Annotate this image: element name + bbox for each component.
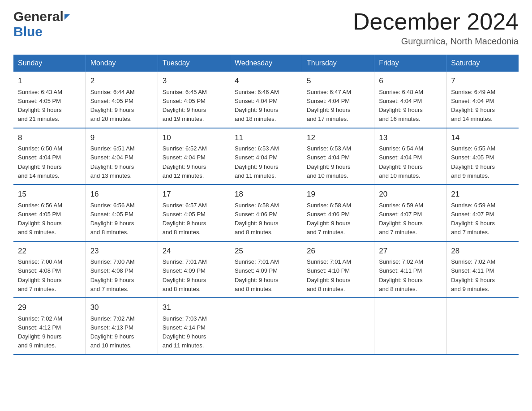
col-tuesday: Tuesday xyxy=(158,55,230,72)
day-info: Sunrise: 7:02 AMSunset: 4:11 PMDaylight:… xyxy=(451,258,495,292)
table-row: 9 Sunrise: 6:51 AMSunset: 4:04 PMDayligh… xyxy=(86,128,158,185)
day-info: Sunrise: 6:52 AMSunset: 4:04 PMDaylight:… xyxy=(163,145,207,179)
col-sunday: Sunday xyxy=(13,55,86,72)
day-info: Sunrise: 6:48 AMSunset: 4:04 PMDaylight:… xyxy=(379,89,423,123)
day-number: 5 xyxy=(307,75,369,87)
table-row: 2 Sunrise: 6:44 AMSunset: 4:05 PMDayligh… xyxy=(86,72,158,128)
day-number: 7 xyxy=(451,75,514,87)
table-row: 4 Sunrise: 6:46 AMSunset: 4:04 PMDayligh… xyxy=(230,72,302,128)
table-row: 13 Sunrise: 6:54 AMSunset: 4:04 PMDaylig… xyxy=(374,128,446,185)
day-info: Sunrise: 7:00 AMSunset: 4:08 PMDaylight:… xyxy=(18,258,62,292)
table-row: 22 Sunrise: 7:00 AMSunset: 4:08 PMDaylig… xyxy=(13,241,86,298)
calendar-week-row: 15 Sunrise: 6:56 AMSunset: 4:05 PMDaylig… xyxy=(13,184,519,241)
day-number: 1 xyxy=(18,75,81,87)
day-info: Sunrise: 6:47 AMSunset: 4:04 PMDaylight:… xyxy=(307,89,351,123)
table-row xyxy=(302,298,374,355)
day-info: Sunrise: 6:58 AMSunset: 4:06 PMDaylight:… xyxy=(235,202,279,236)
day-info: Sunrise: 7:01 AMSunset: 4:09 PMDaylight:… xyxy=(163,258,207,292)
table-row: 11 Sunrise: 6:53 AMSunset: 4:04 PMDaylig… xyxy=(230,128,302,185)
table-row: 29 Sunrise: 7:02 AMSunset: 4:12 PMDaylig… xyxy=(13,298,86,355)
day-number: 15 xyxy=(18,188,81,200)
day-number: 9 xyxy=(90,132,153,144)
day-info: Sunrise: 7:03 AMSunset: 4:14 PMDaylight:… xyxy=(163,315,207,349)
calendar-week-row: 1 Sunrise: 6:43 AMSunset: 4:05 PMDayligh… xyxy=(13,72,519,128)
table-row: 24 Sunrise: 7:01 AMSunset: 4:09 PMDaylig… xyxy=(158,241,230,298)
table-row: 3 Sunrise: 6:45 AMSunset: 4:05 PMDayligh… xyxy=(158,72,230,128)
table-row: 14 Sunrise: 6:55 AMSunset: 4:05 PMDaylig… xyxy=(446,128,519,185)
day-number: 29 xyxy=(18,302,81,313)
day-number: 13 xyxy=(379,132,442,144)
table-row: 10 Sunrise: 6:52 AMSunset: 4:04 PMDaylig… xyxy=(158,128,230,185)
table-row: 7 Sunrise: 6:49 AMSunset: 4:04 PMDayligh… xyxy=(446,72,519,128)
day-info: Sunrise: 6:58 AMSunset: 4:06 PMDaylight:… xyxy=(307,202,351,236)
day-info: Sunrise: 6:44 AMSunset: 4:05 PMDaylight:… xyxy=(90,89,135,123)
day-info: Sunrise: 6:51 AMSunset: 4:04 PMDaylight:… xyxy=(90,145,135,179)
calendar-header-row: Sunday Monday Tuesday Wednesday Thursday… xyxy=(13,55,519,72)
calendar-week-row: 22 Sunrise: 7:00 AMSunset: 4:08 PMDaylig… xyxy=(13,241,519,298)
header-title-block: December 2024 Gurgurnica, North Macedoni… xyxy=(353,9,519,47)
day-info: Sunrise: 7:02 AMSunset: 4:13 PMDaylight:… xyxy=(90,315,135,349)
logo: General Blue xyxy=(13,9,70,39)
day-number: 28 xyxy=(451,245,514,257)
table-row: 30 Sunrise: 7:02 AMSunset: 4:13 PMDaylig… xyxy=(86,298,158,355)
day-info: Sunrise: 7:01 AMSunset: 4:10 PMDaylight:… xyxy=(307,258,351,292)
table-row: 1 Sunrise: 6:43 AMSunset: 4:05 PMDayligh… xyxy=(13,72,86,128)
day-info: Sunrise: 6:45 AMSunset: 4:05 PMDaylight:… xyxy=(163,89,207,123)
day-info: Sunrise: 6:57 AMSunset: 4:05 PMDaylight:… xyxy=(163,202,207,236)
day-info: Sunrise: 6:55 AMSunset: 4:05 PMDaylight:… xyxy=(451,145,495,179)
day-info: Sunrise: 6:53 AMSunset: 4:04 PMDaylight:… xyxy=(235,145,279,179)
table-row: 17 Sunrise: 6:57 AMSunset: 4:05 PMDaylig… xyxy=(158,184,230,241)
calendar-week-row: 29 Sunrise: 7:02 AMSunset: 4:12 PMDaylig… xyxy=(13,298,519,355)
day-info: Sunrise: 6:53 AMSunset: 4:04 PMDaylight:… xyxy=(307,145,351,179)
day-info: Sunrise: 6:54 AMSunset: 4:04 PMDaylight:… xyxy=(379,145,423,179)
day-info: Sunrise: 6:46 AMSunset: 4:04 PMDaylight:… xyxy=(235,89,279,123)
day-info: Sunrise: 7:02 AMSunset: 4:12 PMDaylight:… xyxy=(18,315,62,349)
day-number: 24 xyxy=(163,245,225,257)
table-row: 19 Sunrise: 6:58 AMSunset: 4:06 PMDaylig… xyxy=(302,184,374,241)
day-number: 26 xyxy=(307,245,369,257)
day-number: 25 xyxy=(235,245,297,257)
table-row: 23 Sunrise: 7:00 AMSunset: 4:08 PMDaylig… xyxy=(86,241,158,298)
day-number: 22 xyxy=(18,245,81,257)
day-info: Sunrise: 6:56 AMSunset: 4:05 PMDaylight:… xyxy=(18,202,62,236)
calendar-week-row: 8 Sunrise: 6:50 AMSunset: 4:04 PMDayligh… xyxy=(13,128,519,185)
day-number: 11 xyxy=(235,132,297,144)
table-row: 25 Sunrise: 7:01 AMSunset: 4:09 PMDaylig… xyxy=(230,241,302,298)
table-row xyxy=(230,298,302,355)
col-thursday: Thursday xyxy=(302,55,374,72)
day-info: Sunrise: 7:02 AMSunset: 4:11 PMDaylight:… xyxy=(379,258,423,292)
day-number: 20 xyxy=(379,188,442,200)
table-row xyxy=(446,298,519,355)
table-row: 26 Sunrise: 7:01 AMSunset: 4:10 PMDaylig… xyxy=(302,241,374,298)
day-number: 3 xyxy=(163,75,225,87)
day-info: Sunrise: 7:00 AMSunset: 4:08 PMDaylight:… xyxy=(90,258,135,292)
day-info: Sunrise: 6:56 AMSunset: 4:05 PMDaylight:… xyxy=(90,202,135,236)
col-monday: Monday xyxy=(86,55,158,72)
logo-general-text: General xyxy=(13,9,64,24)
day-number: 17 xyxy=(163,188,225,200)
col-wednesday: Wednesday xyxy=(230,55,302,72)
page-header: General Blue December 2024 Gurgurnica, N… xyxy=(13,9,519,47)
table-row: 20 Sunrise: 6:59 AMSunset: 4:07 PMDaylig… xyxy=(374,184,446,241)
day-number: 21 xyxy=(451,188,514,200)
day-number: 27 xyxy=(379,245,442,257)
day-number: 19 xyxy=(307,188,369,200)
day-number: 4 xyxy=(235,75,297,87)
col-saturday: Saturday xyxy=(446,55,519,72)
table-row: 5 Sunrise: 6:47 AMSunset: 4:04 PMDayligh… xyxy=(302,72,374,128)
day-info: Sunrise: 6:59 AMSunset: 4:07 PMDaylight:… xyxy=(451,202,495,236)
day-number: 12 xyxy=(307,132,369,144)
day-number: 10 xyxy=(163,132,225,144)
table-row: 27 Sunrise: 7:02 AMSunset: 4:11 PMDaylig… xyxy=(374,241,446,298)
col-friday: Friday xyxy=(374,55,446,72)
day-info: Sunrise: 6:50 AMSunset: 4:04 PMDaylight:… xyxy=(18,145,62,179)
table-row: 18 Sunrise: 6:58 AMSunset: 4:06 PMDaylig… xyxy=(230,184,302,241)
logo-triangle-icon xyxy=(64,14,70,20)
day-number: 31 xyxy=(163,302,225,313)
table-row: 28 Sunrise: 7:02 AMSunset: 4:11 PMDaylig… xyxy=(446,241,519,298)
table-row xyxy=(374,298,446,355)
day-info: Sunrise: 7:01 AMSunset: 4:09 PMDaylight:… xyxy=(235,258,279,292)
calendar-table: Sunday Monday Tuesday Wednesday Thursday… xyxy=(13,55,519,355)
day-number: 6 xyxy=(379,75,442,87)
day-number: 16 xyxy=(90,188,153,200)
